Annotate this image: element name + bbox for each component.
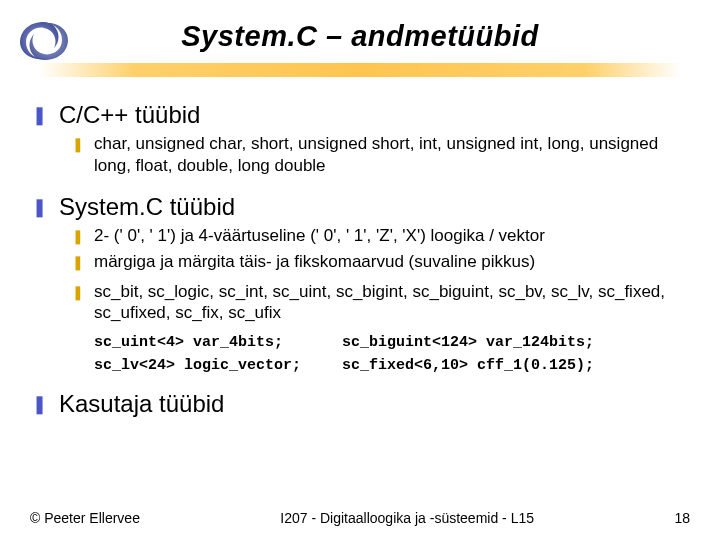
- bullet-icon: ❚: [32, 101, 47, 129]
- bullet-icon: ❚: [32, 193, 47, 221]
- heading-systemc-types: ❚ System.C tüübid: [28, 193, 692, 221]
- subbullet-icon: ❚: [72, 225, 84, 247]
- list-item: ❚ char, unsigned char, short, unsigned s…: [72, 133, 692, 177]
- heading-user-types: ❚ Kasutaja tüübid: [28, 390, 692, 418]
- page-number: 18: [674, 510, 690, 526]
- list-item: ❚ sc_bit, sc_logic, sc_int, sc_uint, sc_…: [72, 281, 692, 325]
- heading-cpp-types: ❚ C/C++ tüübid: [28, 101, 692, 129]
- code-cell: sc_fixed<6,10> cff_1(0.125);: [342, 357, 692, 374]
- list-item-text: märgiga ja märgita täis- ja fikskomaarvu…: [94, 251, 692, 273]
- subbullet-icon: ❚: [72, 133, 84, 155]
- list-item-text: 2- (' 0', ' 1') ja 4-väärtuseline (' 0',…: [94, 225, 692, 247]
- code-cell: sc_lv<24> logic_vector;: [94, 357, 342, 374]
- slide-title: System.C – andmetüübid: [0, 0, 720, 53]
- heading-text: Kasutaja tüübid: [59, 390, 224, 418]
- bullet-icon: ❚: [32, 390, 47, 418]
- slide-body: ❚ C/C++ tüübid ❚ char, unsigned char, sh…: [0, 77, 720, 418]
- heading-text: C/C++ tüübid: [59, 101, 200, 129]
- list-item-text: sc_bit, sc_logic, sc_int, sc_uint, sc_bi…: [94, 281, 692, 325]
- code-row: sc_uint<4> var_4bits; sc_biguint<124> va…: [94, 334, 692, 351]
- heading-text: System.C tüübid: [59, 193, 235, 221]
- footer-left: © Peeter Ellervee: [30, 510, 140, 526]
- code-row: sc_lv<24> logic_vector; sc_fixed<6,10> c…: [94, 357, 692, 374]
- subbullet-icon: ❚: [72, 281, 84, 303]
- logo-swirl: [14, 18, 74, 64]
- list-item: ❚ märgiga ja märgita täis- ja fikskomaar…: [72, 251, 692, 273]
- list-item: ❚ 2- (' 0', ' 1') ja 4-väärtuseline (' 0…: [72, 225, 692, 247]
- list-item-text: char, unsigned char, short, unsigned sho…: [94, 133, 692, 177]
- slide-footer: © Peeter Ellervee I207 - Digitaalloogika…: [0, 510, 720, 526]
- subbullet-icon: ❚: [72, 251, 84, 273]
- code-cell: sc_biguint<124> var_124bits;: [342, 334, 692, 351]
- footer-center: I207 - Digitaalloogika ja -süsteemid - L…: [140, 510, 675, 526]
- code-cell: sc_uint<4> var_4bits;: [94, 334, 342, 351]
- title-underline: [38, 63, 682, 77]
